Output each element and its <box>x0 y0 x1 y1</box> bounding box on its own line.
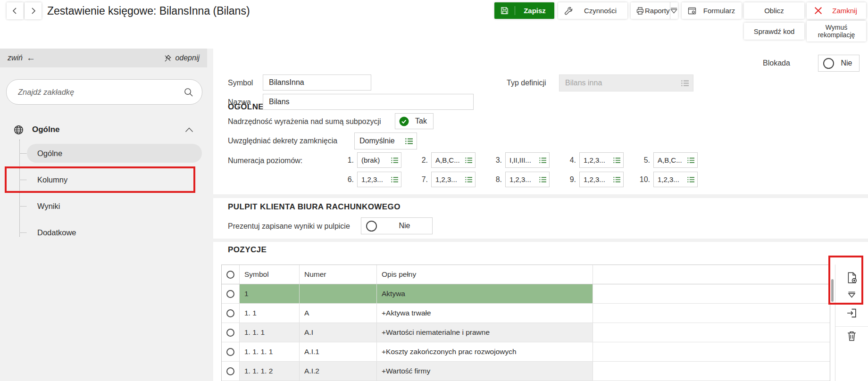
table-row[interactable]: 1. 1. 1. 1 A.I.1 +Koszty zakończonych pr… <box>222 342 830 362</box>
check-code-button[interactable]: Sprawdź kod <box>744 23 804 40</box>
dropdown-triangle-icon <box>848 291 856 298</box>
table-header-row: Symbol Numer Opis pełny <box>222 265 830 284</box>
list-icon <box>687 176 695 183</box>
chevron-left-icon <box>11 7 19 15</box>
numeracja-level-3: 3. I,II,III... <box>484 152 550 168</box>
row-radio[interactable] <box>226 309 234 317</box>
table-row[interactable]: 1. 1 A +Aktywa trwałe <box>222 304 830 323</box>
back-button[interactable] <box>7 2 24 19</box>
section-title-pozycje: POZYCJE <box>228 245 267 255</box>
numeracja-level-1: 1. (brak) <box>336 152 401 168</box>
table-row[interactable]: 1. 1. 1. 2 A.I.2 +Wartość firmy <box>222 362 830 381</box>
arrow-into-box-icon <box>846 308 857 318</box>
list-icon <box>539 176 547 183</box>
window-gear-icon <box>687 6 697 16</box>
numeracja-level-9: 9. 1,2,3... <box>558 172 624 187</box>
globe-icon <box>13 124 24 135</box>
numeracja-level-10: 10. 1,2,3... <box>632 172 698 187</box>
numeracja-level-5: 5. A,B,C... <box>632 152 698 168</box>
list-icon <box>465 176 473 183</box>
search-icon[interactable] <box>184 87 193 97</box>
section-pozycje: POZYCJE Symbol Numer Opis pełny 1 Aktywa… <box>213 242 868 381</box>
sidebar-search <box>6 79 202 105</box>
actions-button[interactable]: Czynności <box>558 2 627 19</box>
table-row[interactable]: 1. 1. 1 A.I +Wartości niematerialne i pr… <box>222 323 830 342</box>
check-circle-icon <box>399 116 409 126</box>
blokada-label: Blokada <box>763 59 790 67</box>
row-radio[interactable] <box>226 367 234 375</box>
numeracja-level-7: 7. 1,2,3... <box>410 172 476 187</box>
dekrety-select[interactable]: Domyślnie <box>354 133 417 149</box>
tree-connector <box>19 153 26 154</box>
sidebar-group-label: Ogólne <box>32 125 60 134</box>
table-row[interactable]: 1 Aktywa <box>222 284 830 304</box>
chevron-right-icon <box>29 7 37 15</box>
numeracja-label: Numeracja poziomów: <box>228 157 302 165</box>
table-scrollbar[interactable] <box>831 279 834 302</box>
sidebar-item-wyniki[interactable]: Wyniki <box>27 197 202 215</box>
list-icon <box>687 157 695 164</box>
save-button[interactable]: Zapisz <box>494 2 554 19</box>
nazwa-label: Nazwa <box>228 98 251 107</box>
forward-button[interactable] <box>25 2 42 19</box>
list-icon <box>391 176 399 183</box>
numeracja-level-2: 2. A,B,C... <box>410 152 476 168</box>
column-header-symbol[interactable]: Symbol <box>240 265 300 284</box>
form-button[interactable]: Formularz <box>682 2 742 19</box>
row-radio[interactable] <box>226 348 234 356</box>
page-title: Zestawienie księgowe: BilansInna (Bilans… <box>47 5 250 17</box>
close-x-icon <box>813 6 823 16</box>
reports-button[interactable]: Raporty <box>631 2 678 19</box>
tree-line <box>19 140 20 237</box>
list-icon <box>465 157 473 164</box>
sidebar-item-ogolne[interactable]: Ogólne <box>27 144 202 163</box>
sidebar-item-kolumny[interactable]: Kolumny <box>27 170 202 189</box>
list-icon <box>391 157 399 164</box>
unpin-button[interactable]: odepnij <box>164 54 200 62</box>
sidebar-group-ogolne[interactable]: Ogólne <box>0 122 207 138</box>
row-radio[interactable] <box>226 329 234 337</box>
wrench-icon <box>564 6 573 16</box>
open-row-button[interactable] <box>835 304 868 322</box>
collapse-sidebar-button[interactable]: zwiń ← <box>8 53 35 63</box>
numeracja-level-6: 6. 1,2,3... <box>336 172 401 187</box>
sidebar-item-dodatkowe[interactable]: Dodatkowe <box>27 223 202 242</box>
tree-connector <box>19 232 26 233</box>
nadrzednosc-label: Nadrzędność wyrażenia nad sumą subpozycj… <box>228 117 381 126</box>
app-window: Zestawienie księgowe: BilansInna (Bilans… <box>0 0 868 381</box>
typ-definicji-field: Bilans inna <box>559 75 693 91</box>
dekrety-label: Uwzględniać dekrety zamknięcia <box>228 137 337 145</box>
symbol-input[interactable] <box>263 75 371 91</box>
topbar: Zestawienie księgowe: BilansInna (Bilans… <box>0 0 868 49</box>
save-icon <box>500 6 515 15</box>
list-icon <box>613 176 621 183</box>
row-radio[interactable] <box>226 290 234 298</box>
symbol-label: Symbol <box>228 79 253 87</box>
chevron-up-icon[interactable] <box>185 127 193 133</box>
tree-connector <box>19 180 26 180</box>
section-title-pulpit: PULPIT KLIENTA BIURA RACHUNKOWEGO <box>228 202 401 212</box>
numeracja-level-8: 8. 1,2,3... <box>484 172 550 187</box>
row-dropdown-button[interactable] <box>835 287 868 302</box>
trash-icon <box>847 331 857 341</box>
arrow-left-icon: ← <box>26 53 35 63</box>
search-input[interactable] <box>17 87 184 97</box>
column-header-opis[interactable]: Opis pełny <box>377 265 593 284</box>
delete-row-button[interactable] <box>835 326 868 345</box>
list-icon <box>681 80 689 87</box>
calculate-button[interactable]: Oblicz <box>744 2 804 19</box>
document-add-icon <box>846 272 858 284</box>
section-pulpit: PULPIT KLIENTA BIURA RACHUNKOWEGO Prezen… <box>213 198 868 239</box>
force-recompile-button[interactable]: Wymuś rekompilację <box>807 21 866 41</box>
column-header-numer[interactable]: Numer <box>300 265 377 284</box>
nadrzednosc-toggle[interactable]: Tak <box>395 113 434 129</box>
prezentuj-toggle[interactable]: Nie <box>361 217 433 234</box>
add-row-button[interactable] <box>835 269 868 287</box>
select-all-radio[interactable] <box>226 271 234 279</box>
nazwa-input[interactable] <box>263 94 474 110</box>
reports-dropdown-icon[interactable] <box>670 2 678 19</box>
toggle-circle-icon <box>823 58 834 69</box>
blokada-toggle[interactable]: Nie <box>818 55 860 72</box>
close-button[interactable]: Zamknij <box>807 2 866 19</box>
pozycje-table: Symbol Numer Opis pełny 1 Aktywa 1. 1 A … <box>221 265 830 381</box>
